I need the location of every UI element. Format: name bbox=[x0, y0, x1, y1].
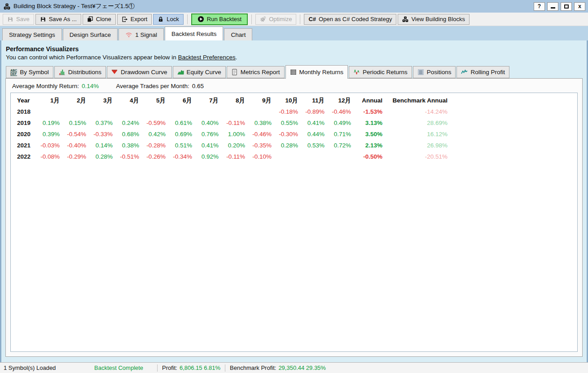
table-cell bbox=[221, 106, 248, 117]
table-cell bbox=[195, 106, 221, 117]
profit-value: 6,806.15 6.81% bbox=[180, 364, 220, 371]
help-button[interactable]: ? bbox=[534, 2, 545, 11]
table-cell: -0.30% bbox=[274, 129, 301, 140]
table-cell bbox=[115, 106, 142, 117]
table-cell: 3.50% bbox=[354, 129, 385, 140]
vtab-by-symbol[interactable]: ABCDEF By Symbol bbox=[6, 66, 53, 78]
table-cell bbox=[168, 106, 195, 117]
lock-icon bbox=[158, 16, 164, 22]
open-csharp-button[interactable]: C# Open as C# Coded Strategy bbox=[304, 14, 396, 25]
window-title: Building Block Strategy - Test¥フェーズ1.5① bbox=[13, 2, 135, 10]
column-header: 12月 bbox=[327, 95, 354, 106]
tab-backtest-results[interactable]: Backtest Results bbox=[165, 27, 224, 40]
clone-icon bbox=[87, 16, 93, 22]
title-bar: Building Block Strategy - Test¥フェーズ1.5① … bbox=[0, 0, 588, 13]
table-cell: 0.20% bbox=[221, 140, 248, 151]
table-cell: -0.11% bbox=[221, 151, 248, 162]
column-header: Annual bbox=[354, 95, 385, 106]
table-cell bbox=[36, 106, 62, 117]
column-header: 6月 bbox=[168, 95, 195, 106]
visualizer-tab-strip: ABCDEF By Symbol Distributions Draw bbox=[1, 65, 587, 78]
save-as-button[interactable]: Save As ... bbox=[35, 14, 81, 25]
table-cell bbox=[248, 106, 274, 117]
table-cell: 28.69% bbox=[385, 117, 450, 129]
minimize-button[interactable] bbox=[547, 2, 558, 11]
backtest-preferences-link[interactable]: Backtest Preferences bbox=[178, 54, 235, 61]
equity-curve-icon bbox=[177, 69, 184, 75]
table-cell: 0.92% bbox=[195, 151, 221, 162]
table-cell: -0.28% bbox=[142, 140, 168, 151]
performance-visualizers-subtitle: You can control which Performance Visual… bbox=[1, 53, 587, 65]
save-button[interactable]: Save bbox=[3, 14, 34, 25]
table-cell: -0.11% bbox=[221, 117, 248, 129]
table-cell: -20.51% bbox=[385, 151, 450, 162]
monthly-returns-panel: Average Monthly Return: 0.14% Average Tr… bbox=[5, 78, 583, 357]
main-tab-strip: Strategy Settings Design Surface 1 Signa… bbox=[0, 26, 588, 40]
vtab-distributions[interactable]: Distributions bbox=[54, 66, 106, 78]
table-cell: -0.35% bbox=[248, 140, 274, 151]
avg-trades-value: 0.65 bbox=[192, 83, 204, 89]
maximize-icon bbox=[564, 4, 569, 9]
optimize-button[interactable]: Optimize bbox=[255, 14, 296, 25]
vtab-metrics-report[interactable]: Metrics Report bbox=[227, 66, 285, 78]
view-building-blocks-button[interactable]: View Building Blocks bbox=[398, 14, 470, 25]
minimize-icon bbox=[551, 7, 555, 9]
lock-button[interactable]: Lock bbox=[153, 14, 183, 25]
tab-strategy-settings[interactable]: Strategy Settings bbox=[2, 28, 62, 40]
table-row: 2022-0.08%-0.29%0.28%-0.51%-0.26%-0.34%0… bbox=[11, 151, 450, 162]
table-header-row: Year1月2月3月4月5月6月7月8月9月10月11月12月AnnualBen… bbox=[11, 95, 450, 106]
periodic-returns-icon bbox=[353, 69, 360, 75]
toolbar-separator bbox=[187, 14, 188, 24]
table-cell: -0.54% bbox=[62, 129, 89, 140]
run-backtest-button[interactable]: Run Backtest bbox=[191, 13, 248, 25]
csharp-icon: C# bbox=[308, 16, 316, 22]
profit-label: Profit: bbox=[162, 364, 177, 371]
close-button[interactable]: x bbox=[574, 2, 585, 11]
column-header: 2月 bbox=[62, 95, 89, 106]
table-cell: -0.46% bbox=[248, 129, 274, 140]
table-row: 20190.19%0.15%0.37%0.24%-0.59%0.61%0.40%… bbox=[11, 117, 450, 129]
column-header: Benchmark Annual bbox=[385, 95, 450, 106]
tab-signals[interactable]: 1 Signal bbox=[118, 28, 164, 40]
vtab-rolling-profit[interactable]: Rolling Profit bbox=[456, 66, 509, 78]
maximize-button[interactable] bbox=[561, 2, 572, 11]
vtab-equity-curve[interactable]: Equity Curve bbox=[173, 66, 226, 78]
table-cell: -0.34% bbox=[168, 151, 195, 162]
avg-trades-label: Average Trades per Month: bbox=[116, 83, 189, 89]
table-cell: -0.26% bbox=[142, 151, 168, 162]
table-cell: 0.24% bbox=[115, 117, 142, 129]
backtest-status: Backtest Complete bbox=[94, 364, 153, 371]
table-cell: 2018 bbox=[11, 106, 36, 117]
clone-button[interactable]: Clone bbox=[83, 14, 116, 25]
table-cell: -0.59% bbox=[142, 117, 168, 129]
table-cell: 2020 bbox=[11, 129, 36, 140]
vtab-drawdown-curve[interactable]: Drawdown Curve bbox=[107, 66, 172, 78]
table-cell: 0.55% bbox=[274, 117, 301, 129]
table-cell: -14.24% bbox=[385, 106, 450, 117]
tab-chart[interactable]: Chart bbox=[224, 28, 252, 40]
table-cell: -0.10% bbox=[248, 151, 274, 162]
rolling-profit-icon bbox=[461, 69, 468, 75]
building-blocks-icon bbox=[402, 16, 408, 22]
column-header: 7月 bbox=[195, 95, 221, 106]
vtab-positions[interactable]: Positions bbox=[413, 66, 456, 78]
tab-design-surface[interactable]: Design Surface bbox=[63, 28, 118, 40]
table-cell: -0.29% bbox=[62, 151, 89, 162]
column-header: 4月 bbox=[115, 95, 142, 106]
metrics-report-icon bbox=[231, 69, 238, 75]
table-cell: 1.00% bbox=[221, 129, 248, 140]
table-cell: -0.89% bbox=[301, 106, 327, 117]
column-header: 10月 bbox=[274, 95, 301, 106]
table-cell: 2019 bbox=[11, 117, 36, 129]
table-cell: 2021 bbox=[11, 140, 36, 151]
avg-monthly-return-value: 0.14% bbox=[82, 83, 99, 89]
by-symbol-icon: ABCDEF bbox=[10, 69, 17, 76]
vtab-periodic-returns[interactable]: Periodic Returns bbox=[349, 66, 412, 78]
drawdown-curve-icon bbox=[111, 69, 118, 75]
table-cell: 0.68% bbox=[115, 129, 142, 140]
table-cell: 0.39% bbox=[36, 129, 62, 140]
app-window: Building Block Strategy - Test¥フェーズ1.5① … bbox=[0, 0, 588, 373]
table-cell: 0.44% bbox=[301, 129, 327, 140]
vtab-monthly-returns[interactable]: Monthly Returns bbox=[285, 65, 348, 79]
export-button[interactable]: Export bbox=[117, 14, 152, 25]
